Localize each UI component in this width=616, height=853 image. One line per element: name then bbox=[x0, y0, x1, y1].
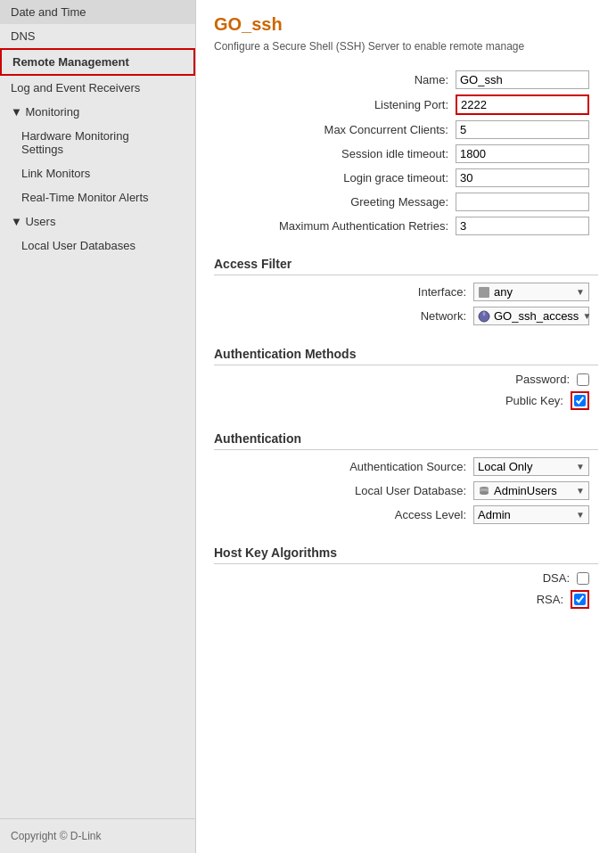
authentication-title: Authentication bbox=[214, 431, 598, 450]
access-filter-title: Access Filter bbox=[214, 257, 598, 275]
auth-methods-title: Authentication Methods bbox=[214, 347, 598, 365]
auth-source-label: Authentication Source: bbox=[349, 460, 466, 473]
listening-port-row: Listening Port: bbox=[214, 94, 598, 115]
login-grace-input[interactable] bbox=[456, 168, 589, 187]
sidebar: Date and Time DNS Remote Management Log … bbox=[0, 0, 196, 853]
network-chevron-icon: ▼ bbox=[582, 311, 591, 321]
max-auth-row: Maximum Authentication Retries: bbox=[214, 217, 598, 235]
local-user-db-chevron-icon: ▼ bbox=[576, 486, 585, 496]
sidebar-footer: Copyright © D-Link bbox=[0, 818, 195, 853]
network-row: Network: GO_ssh_access ▼ bbox=[214, 307, 598, 325]
interface-select[interactable]: any ▼ bbox=[473, 283, 589, 301]
local-user-db-row: Local User Database: AdminUsers ▼ bbox=[214, 481, 598, 500]
public-key-checkbox[interactable] bbox=[574, 395, 586, 406]
sidebar-item-dns[interactable]: DNS bbox=[0, 24, 195, 48]
greeting-row: Greeting Message: bbox=[214, 193, 598, 211]
rsa-highlight bbox=[571, 590, 589, 609]
auth-source-chevron-icon: ▼ bbox=[576, 462, 585, 472]
sidebar-users-section: ▼ Users bbox=[0, 209, 195, 234]
login-grace-label: Login grace timeout: bbox=[343, 171, 448, 185]
auth-source-row: Authentication Source: Local Only ▼ bbox=[214, 457, 598, 476]
sidebar-item-log-event[interactable]: Log and Event Receivers bbox=[0, 76, 195, 100]
sidebar-item-local-user-databases[interactable]: Local User Databases bbox=[0, 234, 195, 258]
password-row: Password: bbox=[214, 373, 598, 386]
svg-point-4 bbox=[480, 491, 489, 495]
access-level-row: Access Level: Admin ▼ bbox=[214, 505, 598, 524]
db-icon bbox=[478, 485, 490, 497]
sidebar-monitoring-section: ▼ Monitoring bbox=[0, 100, 195, 124]
listening-port-input[interactable] bbox=[456, 94, 589, 115]
auth-methods-section: Authentication Methods Password: Public … bbox=[214, 347, 598, 410]
network-value: GO_ssh_access bbox=[494, 309, 579, 323]
password-checkbox[interactable] bbox=[577, 373, 589, 386]
host-key-title: Host Key Algorithms bbox=[214, 545, 598, 564]
password-label: Password: bbox=[515, 373, 570, 386]
basic-fields-section: Name: Listening Port: Max Concurrent Cli… bbox=[214, 70, 598, 235]
public-key-row: Public Key: bbox=[214, 391, 598, 410]
page-title: GO_ssh bbox=[214, 14, 598, 35]
max-clients-input[interactable] bbox=[456, 120, 589, 139]
interface-row: Interface: any ▼ bbox=[214, 283, 598, 301]
sidebar-item-date-time[interactable]: Date and Time bbox=[0, 0, 195, 24]
sidebar-item-link-monitors[interactable]: Link Monitors bbox=[0, 161, 195, 185]
dsa-checkbox-wrapper bbox=[577, 572, 589, 585]
network-icon bbox=[478, 310, 490, 323]
dsa-row: DSA: bbox=[214, 571, 598, 585]
interface-chevron-icon: ▼ bbox=[576, 287, 585, 297]
network-select[interactable]: GO_ssh_access ▼ bbox=[473, 307, 589, 325]
max-clients-row: Max Concurrent Clients: bbox=[214, 120, 598, 139]
local-user-db-value: AdminUsers bbox=[494, 484, 557, 497]
page-subtitle: Configure a Secure Shell (SSH) Server to… bbox=[214, 40, 598, 53]
main-content: GO_ssh Configure a Secure Shell (SSH) Se… bbox=[196, 0, 616, 853]
max-auth-input[interactable] bbox=[456, 217, 589, 235]
svg-rect-0 bbox=[479, 287, 489, 298]
local-user-db-select[interactable]: AdminUsers ▼ bbox=[473, 481, 589, 500]
sidebar-item-hardware-monitoring[interactable]: Hardware Monitoring Settings bbox=[0, 124, 195, 161]
local-user-db-label: Local User Database: bbox=[355, 484, 466, 497]
max-auth-label: Maximum Authentication Retries: bbox=[279, 219, 448, 233]
network-label: Network: bbox=[421, 309, 466, 323]
auth-source-value: Local Only bbox=[478, 460, 532, 473]
interface-label: Interface: bbox=[418, 285, 466, 299]
authentication-section: Authentication Authentication Source: Lo… bbox=[214, 431, 598, 524]
session-idle-input[interactable] bbox=[456, 144, 589, 163]
sidebar-item-remote-management[interactable]: Remote Management bbox=[0, 48, 195, 76]
session-idle-row: Session idle timeout: bbox=[214, 144, 598, 163]
access-level-label: Access Level: bbox=[395, 508, 466, 521]
auth-source-select[interactable]: Local Only ▼ bbox=[473, 457, 589, 476]
public-key-label: Public Key: bbox=[505, 394, 563, 407]
host-key-section: Host Key Algorithms DSA: RSA: bbox=[214, 545, 598, 609]
name-label: Name: bbox=[415, 73, 448, 86]
dsa-label: DSA: bbox=[543, 571, 570, 585]
interface-icon bbox=[478, 286, 490, 299]
greeting-label: Greeting Message: bbox=[350, 195, 448, 209]
access-filter-section: Access Filter Interface: any ▼ Network: bbox=[214, 257, 598, 325]
access-level-chevron-icon: ▼ bbox=[576, 510, 585, 520]
dsa-checkbox[interactable] bbox=[577, 572, 589, 585]
max-clients-label: Max Concurrent Clients: bbox=[324, 123, 448, 136]
rsa-checkbox[interactable] bbox=[574, 594, 586, 605]
access-level-value: Admin bbox=[478, 508, 511, 521]
rsa-label: RSA: bbox=[537, 593, 563, 606]
name-row: Name: bbox=[214, 70, 598, 89]
public-key-highlight bbox=[571, 391, 589, 410]
password-checkbox-wrapper bbox=[577, 373, 589, 386]
login-grace-row: Login grace timeout: bbox=[214, 168, 598, 187]
rsa-row: RSA: bbox=[214, 590, 598, 609]
interface-value: any bbox=[494, 285, 513, 299]
access-level-select[interactable]: Admin ▼ bbox=[473, 505, 589, 524]
name-input[interactable] bbox=[456, 70, 589, 89]
session-idle-label: Session idle timeout: bbox=[341, 147, 448, 160]
sidebar-item-realtime-monitor[interactable]: Real-Time Monitor Alerts bbox=[0, 185, 195, 209]
greeting-input[interactable] bbox=[456, 193, 589, 211]
listening-port-label: Listening Port: bbox=[374, 98, 448, 111]
